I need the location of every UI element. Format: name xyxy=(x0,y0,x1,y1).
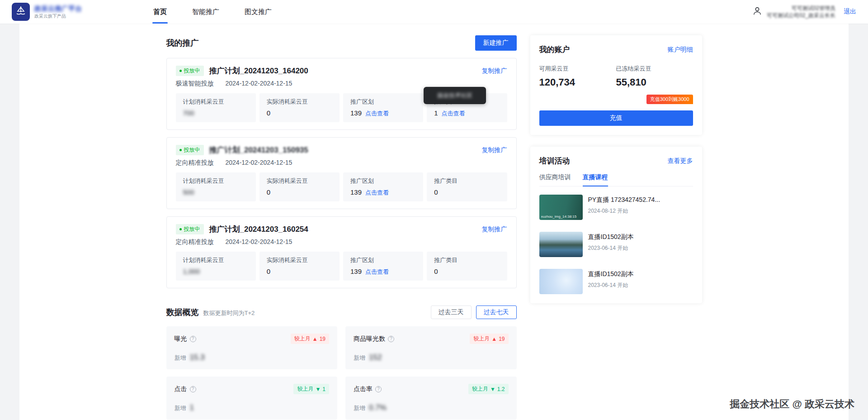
stat-region: 推广区划 139 点击查看 xyxy=(343,172,423,201)
promotion-mode: 定向精准投放 xyxy=(176,159,214,167)
training-item-date: 2024-08-12 开始 xyxy=(588,207,660,215)
stat-actual-consume: 实际消耗采云豆 0 xyxy=(259,93,340,122)
promotion-title: 推广计划_20241203_150935 xyxy=(209,145,308,155)
help-icon[interactable]: ? xyxy=(375,386,382,392)
training-item-date: 2023-06-14 开始 xyxy=(588,244,634,252)
status-badge: 投放中 xyxy=(176,224,204,234)
promotion-dates: 2024-12-02-2024-12-15 xyxy=(226,80,292,88)
training-tabs: 供应商培训 直播课程 xyxy=(539,173,693,186)
training-item-title: 直播ID1502副本 xyxy=(588,233,634,241)
promotion-mode: 定向精准投放 xyxy=(176,238,214,246)
nav-item-image-text-promo[interactable]: 图文推广 xyxy=(232,0,284,24)
stat-region: 推广区划 139 点击查看 xyxy=(343,93,423,122)
delta-badge: 较上月 ▲ 19 xyxy=(470,334,508,344)
delta-badge: 较上月 ▼ 1 xyxy=(293,384,329,394)
nav-item-smart-promo[interactable]: 智能推广 xyxy=(179,0,232,24)
promotion-dates: 2024-12-02-2024-12-15 xyxy=(226,159,292,167)
view-region-link[interactable]: 点击查看 xyxy=(365,268,389,276)
delta-badge: 较上月 ▲ 19 xyxy=(291,334,329,344)
overview-card-exposure: 曝光 ? 较上月 ▲ 19 新增 15.3 xyxy=(166,326,338,369)
stat-plan-consume: 计划消耗采云豆 1,000 xyxy=(176,252,256,281)
training-item-date: 2023-06-14 开始 xyxy=(588,282,634,289)
frozen-balance: 已冻结采云豆 55,810 xyxy=(616,65,693,88)
data-overview-section: 数据概览 数据更新时间为T+2 过去三天 过去七天 曝光 ? 较上月 ▲ xyxy=(166,305,517,420)
delta-badge: 较上月 ▼ 1.2 xyxy=(468,384,509,394)
user-info: 可可测试02管理员 可可测试公司02_政采云长长 xyxy=(767,5,835,19)
promotion-card: 投放中 推广计划_20241203_160254 复制推广 定向精准投放 202… xyxy=(166,216,517,288)
training-title: 培训活动 xyxy=(539,156,570,166)
promotion-card: 投放中 推广计划_20241203_150935 复制推广 定向精准投放 202… xyxy=(166,137,517,209)
new-promotion-button[interactable]: 新建推广 xyxy=(475,35,517,51)
training-list-item[interactable]: 直播ID1502副本 2023-06-14 开始 xyxy=(539,269,693,294)
range-last-3-days-button[interactable]: 过去三天 xyxy=(431,305,472,319)
help-icon[interactable]: ? xyxy=(388,336,394,342)
brand-title: 政采云推广平台 xyxy=(34,5,82,13)
status-badge: 投放中 xyxy=(176,66,204,76)
view-region-link[interactable]: 点击查看 xyxy=(365,189,389,197)
overview-card-clicks: 点击 ? 较上月 ▼ 1 新增 1 xyxy=(166,377,338,420)
training-item-title: 直播ID1502副本 xyxy=(588,270,634,278)
sailboat-logo-icon xyxy=(15,5,27,19)
stat-actual-consume: 实际消耗采云豆 0 xyxy=(259,252,340,281)
training-thumbnail xyxy=(539,232,583,257)
tab-live-courses[interactable]: 直播课程 xyxy=(583,173,608,186)
dark-watermark-tooltip: 掘金技术社区 xyxy=(424,87,486,104)
recharge-button[interactable]: 充值 xyxy=(539,110,693,126)
side-column: 我的账户 账户明细 可用采云豆 120,734 已冻结采云豆 55,810 充值… xyxy=(530,35,702,420)
arrow-up-icon: ▲ xyxy=(491,336,497,342)
training-card: 培训活动 查看更多 供应商培训 直播课程 xuzhou_img_14:38:15… xyxy=(530,147,702,303)
brand-subtitle: 政采云旗下产品 xyxy=(34,14,82,19)
copy-promotion-link[interactable]: 复制推广 xyxy=(482,225,507,234)
status-dot-icon xyxy=(179,149,182,151)
promotion-title: 推广计划_20241203_160254 xyxy=(209,224,308,234)
status-badge: 投放中 xyxy=(176,145,204,155)
tab-supplier-training[interactable]: 供应商培训 xyxy=(539,173,571,186)
stat-actual-consume: 实际消耗采云豆 0 xyxy=(259,172,340,201)
status-dot-icon xyxy=(179,228,182,230)
overview-title: 数据概览 xyxy=(166,307,199,318)
training-list-item[interactable]: xuzhou_img_14:38:15 PY直播 1723427452.74..… xyxy=(539,195,693,220)
stat-plan-consume: 计划消耗采云豆 500 xyxy=(176,172,256,201)
training-list-item[interactable]: 直播ID1502副本 2023-06-14 开始 xyxy=(539,232,693,257)
user-icon xyxy=(752,6,762,18)
view-region-link[interactable]: 点击查看 xyxy=(365,110,389,118)
user-company-line: 可可测试公司02_政采云长长 xyxy=(767,12,835,19)
training-thumbnail xyxy=(539,269,583,294)
copy-promotion-link[interactable]: 复制推广 xyxy=(482,67,507,75)
copy-promotion-link[interactable]: 复制推广 xyxy=(482,146,507,154)
navbar-right: 可可测试02管理员 可可测试公司02_政采云长长 退出 xyxy=(752,5,856,19)
thumbnail-caption: xuzhou_img_14:38:15 xyxy=(541,215,577,219)
range-selector: 过去三天 过去七天 xyxy=(431,305,517,319)
user-role-line: 可可测试02管理员 xyxy=(767,5,835,12)
available-balance: 可用采云豆 120,734 xyxy=(539,65,616,88)
account-detail-link[interactable]: 账户明细 xyxy=(668,46,693,54)
arrow-down-icon: ▼ xyxy=(315,386,321,392)
stat-region: 推广区划 139 点击查看 xyxy=(343,252,423,281)
training-item-title: PY直播 1723427452.74... xyxy=(588,196,660,204)
arrow-up-icon: ▲ xyxy=(312,336,318,342)
view-category-link[interactable]: 点击查看 xyxy=(442,110,465,118)
recharge-promo-ribbon: 充值300到账3000 xyxy=(646,95,693,104)
overview-card-product-exposure: 商品曝光数 ? 较上月 ▲ 19 新增 152 xyxy=(345,326,517,369)
overview-card-ctr: 点击率 ? 较上月 ▼ 1.2 新增 0.7% xyxy=(345,377,517,420)
top-navbar: 政采云推广平台 政采云旗下产品 首页 智能推广 图文推广 可可测试02管理员 可… xyxy=(0,0,868,24)
account-card: 我的账户 账户明细 可用采云豆 120,734 已冻结采云豆 55,810 充值… xyxy=(530,35,702,135)
brand-block: 政采云推广平台 政采云旗下产品 xyxy=(34,5,82,19)
promotion-mode: 极速智能投放 xyxy=(176,80,214,88)
page-watermark: 掘金技术社区 @ 政采云技术 xyxy=(730,397,854,411)
overview-update-note: 数据更新时间为T+2 xyxy=(203,309,255,317)
range-last-7-days-button[interactable]: 过去七天 xyxy=(476,305,517,319)
app-logo[interactable] xyxy=(12,3,30,21)
account-title: 我的账户 xyxy=(539,44,570,55)
nav-item-home[interactable]: 首页 xyxy=(141,0,179,24)
help-icon[interactable]: ? xyxy=(190,336,196,342)
training-thumbnail: xuzhou_img_14:38:15 xyxy=(539,195,583,220)
help-icon[interactable]: ? xyxy=(190,386,196,392)
training-list: xuzhou_img_14:38:15 PY直播 1723427452.74..… xyxy=(539,195,693,294)
promotion-dates: 2024-12-02-2024-12-15 xyxy=(226,238,292,246)
status-dot-icon xyxy=(179,70,182,72)
promotions-title: 我的推广 xyxy=(166,38,199,48)
logout-link[interactable]: 退出 xyxy=(844,8,856,16)
training-more-link[interactable]: 查看更多 xyxy=(668,157,693,165)
promotion-title: 推广计划_20241203_164200 xyxy=(209,66,308,76)
